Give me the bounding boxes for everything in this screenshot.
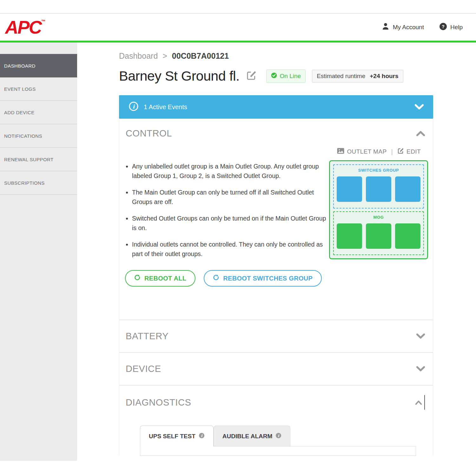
main-outlet bbox=[395, 223, 420, 249]
diagnostics-section-title: DIAGNOSTICS bbox=[126, 397, 191, 408]
help-label: Help bbox=[450, 24, 463, 31]
mog-group-box: MOG bbox=[333, 211, 424, 255]
outlet-map-label: OUTLET MAP bbox=[347, 148, 387, 155]
reboot-all-button[interactable]: REBOOT ALL bbox=[125, 270, 195, 287]
svg-text:?: ? bbox=[442, 24, 445, 29]
sidebar-item-label: SUBSCRIPTIONS bbox=[4, 180, 45, 186]
diagnostics-tab-panel bbox=[140, 446, 416, 456]
info-icon: i bbox=[129, 101, 139, 113]
control-note: Switched Outlet Groups can only be turne… bbox=[132, 214, 331, 233]
header-links: My Account ? Help bbox=[381, 22, 463, 32]
apc-logo[interactable]: APC ™ bbox=[5, 18, 45, 36]
control-notes-list: Any unlabelled outlet group is a Main Ou… bbox=[125, 162, 331, 259]
switches-group-box: SWITCHES GROUP bbox=[333, 164, 424, 208]
switched-outlet bbox=[337, 176, 362, 202]
breadcrumb: Dashboard > 00C0B7A00121 bbox=[119, 43, 433, 61]
sidebar-item-dashboard[interactable]: DASHBOARD bbox=[0, 54, 77, 77]
sidebar-item-renewal-support[interactable]: RENEWAL SUPPORT bbox=[0, 148, 77, 171]
control-note: Any unlabelled outlet group is a Main Ou… bbox=[132, 162, 331, 181]
control-note: The Main Outlet Group can only be turned… bbox=[132, 188, 331, 207]
sidebar-spacer bbox=[0, 43, 77, 54]
image-icon bbox=[337, 148, 344, 155]
info-icon: i bbox=[199, 433, 205, 440]
edit-outlet-map-link[interactable]: EDIT bbox=[397, 148, 421, 156]
reboot-switches-group-button[interactable]: REBOOT SWITCHES GROUP bbox=[204, 270, 322, 287]
edit-device-name-icon[interactable] bbox=[246, 70, 257, 82]
sidebar-item-label: DASHBOARD bbox=[4, 63, 36, 69]
sidebar-item-event-logs[interactable]: EVENT LOGS bbox=[0, 77, 77, 101]
active-events-text: 1 Active Events bbox=[144, 103, 187, 111]
edit-label: EDIT bbox=[407, 148, 421, 155]
active-events-bar[interactable]: i 1 Active Events bbox=[119, 95, 433, 119]
main-area: Dashboard > 00C0B7A00121 Barney St Groun… bbox=[77, 43, 476, 461]
battery-section[interactable]: BATTERY bbox=[119, 320, 433, 352]
tab-label: UPS SELF TEST bbox=[149, 433, 195, 440]
diagnostics-collapse-chevron-icon[interactable] bbox=[415, 400, 422, 405]
switches-group-label: SWITCHES GROUP bbox=[336, 168, 421, 173]
reboot-buttons-row: REBOOT ALL REBOOT SWITCHES GROUP bbox=[125, 270, 433, 287]
device-expand-chevron-icon[interactable] bbox=[416, 366, 425, 372]
links-separator: | bbox=[391, 148, 393, 155]
my-account-label: My Account bbox=[393, 24, 424, 31]
tab-ups-self-test[interactable]: UPS SELF TEST i bbox=[140, 426, 214, 446]
control-section-title: CONTROL bbox=[126, 128, 172, 139]
runtime-label: Estimated runtime bbox=[317, 73, 365, 80]
control-section: CONTROL OUTLET MAP bbox=[119, 119, 433, 320]
online-check-icon bbox=[271, 72, 277, 80]
runtime-badge: Estimated runtime +24 hours bbox=[312, 70, 403, 83]
device-title-row: Barney St Ground fl. On Line bbox=[119, 68, 433, 84]
device-section-title: DEVICE bbox=[126, 364, 161, 374]
switched-outlet bbox=[395, 176, 420, 202]
diagnostics-tabs: UPS SELF TEST i AUDIBLE ALARM i bbox=[140, 426, 433, 446]
switched-outlet bbox=[366, 176, 391, 202]
control-collapse-chevron-icon[interactable] bbox=[416, 131, 425, 136]
status-badge: On Line bbox=[266, 69, 306, 83]
user-icon bbox=[381, 22, 390, 32]
control-note: Individual outlets cannot be controlled.… bbox=[132, 240, 331, 259]
battery-expand-chevron-icon[interactable] bbox=[416, 334, 425, 339]
my-account-link[interactable]: My Account bbox=[381, 22, 424, 32]
outlet-map-links: OUTLET MAP | EDIT bbox=[119, 148, 433, 156]
breadcrumb-separator: > bbox=[162, 51, 167, 60]
reboot-switches-group-label: REBOOT SWITCHES GROUP bbox=[223, 275, 313, 282]
sidebar-item-label: NOTIFICATIONS bbox=[4, 133, 42, 139]
tab-audible-alarm[interactable]: AUDIBLE ALARM i bbox=[214, 426, 291, 446]
text-cursor bbox=[424, 395, 425, 410]
info-icon: i bbox=[275, 433, 281, 440]
status-badge-label: On Line bbox=[280, 73, 301, 80]
outlet-map-link[interactable]: OUTLET MAP bbox=[337, 148, 387, 155]
app-header: APC ™ My Account ? Help bbox=[0, 14, 476, 41]
top-strip bbox=[0, 0, 476, 14]
device-name-title: Barney St Ground fl. bbox=[119, 68, 240, 84]
sidebar-nav: DASHBOARD EVENT LOGS ADD DEVICE NOTIFICA… bbox=[0, 43, 77, 461]
breadcrumb-current: 00C0B7A00121 bbox=[172, 51, 229, 60]
mog-group-label: MOG bbox=[336, 215, 421, 220]
events-expand-chevron-icon[interactable] bbox=[415, 104, 424, 110]
breadcrumb-dashboard-link[interactable]: Dashboard bbox=[119, 51, 158, 60]
sidebar-item-label: ADD DEVICE bbox=[4, 110, 35, 115]
device-section[interactable]: DEVICE bbox=[119, 352, 433, 385]
battery-section-title: BATTERY bbox=[126, 331, 169, 341]
apc-logo-text: APC bbox=[5, 18, 41, 36]
runtime-value: +24 hours bbox=[370, 73, 398, 80]
help-icon: ? bbox=[439, 23, 447, 32]
sidebar-item-notifications[interactable]: NOTIFICATIONS bbox=[0, 124, 77, 148]
diagnostics-section: DIAGNOSTICS UPS SELF TEST bbox=[119, 385, 433, 456]
sidebar-item-add-device[interactable]: ADD DEVICE bbox=[0, 101, 77, 124]
reboot-all-label: REBOOT ALL bbox=[144, 275, 186, 282]
outlet-map: SWITCHES GROUP MOG bbox=[329, 160, 428, 259]
reboot-icon bbox=[134, 274, 141, 282]
sidebar-item-label: EVENT LOGS bbox=[4, 86, 36, 92]
svg-text:i: i bbox=[133, 103, 135, 110]
apc-dashboard-page: APC ™ My Account ? Help DASHBOARD EVENT … bbox=[0, 0, 476, 476]
edit-icon bbox=[397, 148, 404, 156]
main-outlet bbox=[366, 223, 391, 249]
sidebar-item-subscriptions[interactable]: SUBSCRIPTIONS bbox=[0, 171, 77, 195]
tab-label: AUDIBLE ALARM bbox=[222, 433, 273, 440]
help-link[interactable]: ? Help bbox=[439, 23, 463, 32]
reboot-icon bbox=[213, 274, 220, 282]
dashboard-sections: CONTROL OUTLET MAP bbox=[119, 119, 433, 456]
main-outlet bbox=[337, 223, 362, 249]
sidebar-item-label: RENEWAL SUPPORT bbox=[4, 157, 53, 162]
apc-logo-trademark: ™ bbox=[41, 19, 45, 24]
